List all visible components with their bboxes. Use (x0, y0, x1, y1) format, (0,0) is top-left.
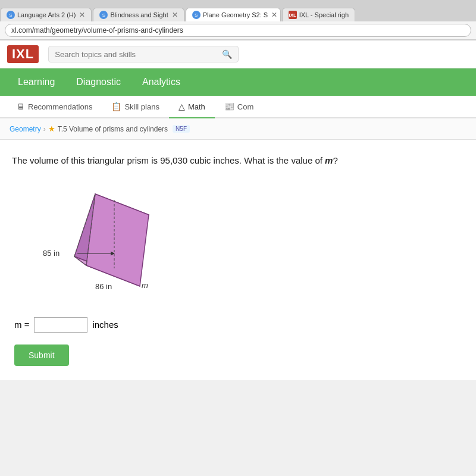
recommendations-icon: 🖥 (17, 102, 25, 111)
tab-close-1[interactable]: ✕ (79, 11, 85, 19)
tab-plane-geometry[interactable]: S Plane Geometry S2: S ✕ (186, 8, 281, 21)
ixl-header: IXL 🔍 (0, 40, 476, 68)
breadcrumb-skill: T.5 Volume of prisms and cylinders (58, 125, 168, 133)
subnav-math[interactable]: △ Math (169, 96, 215, 118)
search-icon: 🔍 (222, 49, 232, 59)
search-bar[interactable]: 🔍 (48, 46, 239, 62)
svg-marker-2 (86, 194, 149, 286)
address-input[interactable] (5, 24, 471, 37)
tab-bar: S Language Arts 2 (H) ✕ S Blindness and … (0, 0, 476, 21)
tab-label-2: Blindness and Sight (110, 11, 168, 18)
breadcrumb: Geometry › ★ T.5 Volume of prisms and cy… (0, 118, 476, 140)
tab-label-3: Plane Geometry S2: S (203, 11, 268, 18)
tab-blindness[interactable]: S Blindness and Sight ✕ (93, 8, 184, 21)
question-variable: m (325, 155, 333, 165)
tab-ixl-special[interactable]: IXL IXL - Special righ (282, 8, 355, 21)
answer-label: m = (14, 320, 29, 330)
subnav-com[interactable]: 📰 Com (215, 96, 263, 118)
math-icon: △ (178, 102, 185, 111)
tab-label-4: IXL - Special righ (299, 11, 349, 18)
search-input[interactable] (55, 50, 220, 59)
breadcrumb-badge: N5F (173, 125, 190, 133)
svg-text:85 in: 85 in (43, 249, 60, 258)
answer-units: inches (92, 320, 118, 330)
main-nav: Learning Diagnostic Analytics (0, 68, 476, 96)
question-text: The volume of this triangular prism is 9… (12, 154, 464, 168)
diagram-container: 85 in 86 in m (24, 182, 178, 301)
breadcrumb-arrow: › (43, 125, 46, 133)
tab-close-2[interactable]: ✕ (172, 11, 178, 19)
breadcrumb-star-icon: ★ (48, 124, 55, 133)
subnav-label-math: Math (188, 102, 205, 111)
com-icon: 📰 (224, 102, 234, 111)
question-text-prefix: The volume of this triangular prism is 9… (12, 155, 325, 165)
ixl-logo[interactable]: IXL (7, 45, 39, 63)
tab-icon-4: IXL (289, 11, 297, 19)
nav-analytics[interactable]: Analytics (131, 68, 191, 96)
submit-button[interactable]: Submit (14, 345, 69, 366)
subnav-recommendations[interactable]: 🖥 Recommendations (7, 96, 102, 118)
tab-language-arts[interactable]: S Language Arts 2 (H) ✕ (0, 8, 92, 21)
nav-diagnostic[interactable]: Diagnostic (65, 68, 131, 96)
breadcrumb-subject[interactable]: Geometry (10, 125, 41, 133)
prism-diagram: 85 in 86 in m (24, 182, 178, 301)
tab-icon-2: S (99, 11, 108, 19)
tab-icon-1: S (7, 11, 15, 19)
nav-learning[interactable]: Learning (7, 68, 65, 96)
svg-text:m: m (142, 281, 148, 290)
svg-text:86 in: 86 in (95, 282, 112, 291)
answer-input[interactable] (34, 317, 87, 333)
subnav-label-com: Com (237, 102, 253, 111)
tab-label-1: Language Arts 2 (H) (17, 11, 76, 18)
skill-plans-icon: 📋 (111, 102, 121, 111)
address-bar (0, 21, 476, 40)
sub-nav: 🖥 Recommendations 📋 Skill plans △ Math 📰… (0, 96, 476, 118)
subnav-label-recommendations: Recommendations (28, 102, 92, 111)
tab-icon-3: S (192, 11, 201, 19)
question-text-suffix: ? (333, 155, 337, 165)
subnav-label-skill-plans: Skill plans (124, 102, 159, 111)
tab-close-3[interactable]: ✕ (271, 11, 277, 19)
browser-chrome: S Language Arts 2 (H) ✕ S Blindness and … (0, 0, 476, 40)
subnav-skill-plans[interactable]: 📋 Skill plans (102, 96, 169, 118)
content-area: The volume of this triangular prism is 9… (0, 140, 476, 380)
answer-row: m = inches (12, 317, 464, 333)
